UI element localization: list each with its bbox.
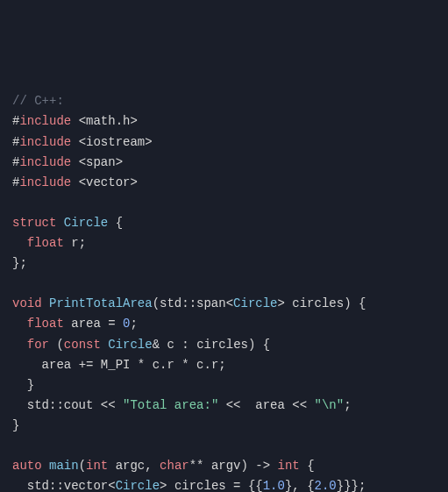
- colon: :: [181, 338, 188, 352]
- code-line: }: [12, 375, 436, 396]
- paren: ): [248, 338, 255, 352]
- op: ->: [255, 459, 270, 473]
- char-kw: char: [160, 459, 189, 473]
- brace: }}};: [337, 479, 366, 492]
- int-kw: int: [278, 459, 300, 473]
- brace: {: [359, 296, 366, 310]
- var: c: [167, 338, 174, 352]
- brace: }: [27, 378, 34, 392]
- code-line: void PrintTotalArea(std::span<Circle> ci…: [12, 294, 436, 314]
- param: argv: [211, 459, 241, 473]
- type-name: Circle: [64, 216, 108, 230]
- semi: ;: [344, 398, 351, 412]
- op: =: [108, 317, 115, 331]
- string: "\n": [315, 398, 345, 412]
- brace: {{: [248, 479, 263, 492]
- func-name: main: [49, 459, 79, 473]
- func-name: PrintTotalArea: [49, 296, 153, 310]
- angle: <: [226, 296, 233, 310]
- op: +=: [79, 358, 94, 372]
- blank-line: [12, 274, 436, 294]
- string: "Total area:": [123, 398, 218, 412]
- brace: {: [263, 338, 270, 352]
- number: 1.0: [263, 479, 285, 492]
- brace: }, {: [285, 479, 315, 492]
- op: *: [138, 358, 145, 372]
- code-line: };: [12, 253, 436, 274]
- semi: ;: [218, 358, 225, 372]
- include-kw: include: [19, 114, 71, 128]
- semi: ;: [130, 317, 137, 331]
- op: <<: [226, 398, 241, 412]
- code-line: #include <vector>: [12, 173, 436, 193]
- code-line: std::cout << "Total area:" << area << "\…: [12, 396, 436, 416]
- param: argc: [116, 459, 146, 473]
- angle: <: [108, 479, 115, 492]
- brace: {: [116, 216, 123, 230]
- expr: c.r: [153, 358, 174, 372]
- expr: c.r: [196, 358, 218, 372]
- include-kw: include: [19, 135, 71, 149]
- code-line: #include <math.h>: [12, 111, 436, 132]
- include-path: <iostream>: [79, 135, 153, 149]
- blank-line: [12, 436, 436, 456]
- paren: (: [56, 338, 63, 352]
- paren: ): [344, 296, 351, 310]
- int-kw: int: [86, 459, 108, 473]
- for-kw: for: [27, 338, 49, 352]
- var: area: [71, 317, 101, 331]
- code-block: // C++:#include <math.h>#include <iostre…: [12, 91, 436, 492]
- code-line: float area = 0;: [12, 314, 436, 334]
- paren: (: [79, 459, 86, 473]
- param: circles: [292, 296, 344, 310]
- blank-line: [12, 193, 436, 213]
- comment: // C++:: [12, 94, 64, 108]
- semi: ;: [19, 256, 26, 270]
- include-kw: include: [19, 175, 71, 189]
- code-line: #include <iostream>: [12, 132, 436, 153]
- include-path: <span>: [79, 155, 123, 169]
- var: circles: [174, 479, 226, 492]
- type-name: std::span: [160, 296, 226, 310]
- op: *: [181, 358, 188, 372]
- var: area: [42, 358, 72, 372]
- type-name: Circle: [108, 338, 152, 352]
- brace: }: [12, 418, 19, 432]
- op: &: [153, 338, 160, 352]
- void-kw: void: [12, 296, 42, 310]
- code-line: struct Circle {: [12, 213, 436, 233]
- float-kw: float: [27, 317, 64, 331]
- code-line: // C++:: [12, 91, 436, 111]
- paren: ): [241, 459, 248, 473]
- code-line: for (const Circle& c : circles) {: [12, 335, 436, 355]
- number: 2.0: [315, 479, 337, 492]
- code-line: auto main(int argc, char** argv) -> int …: [12, 456, 436, 476]
- include-kw: include: [19, 155, 71, 169]
- const-kw: const: [64, 338, 101, 352]
- const: M_PI: [101, 358, 131, 372]
- code-line: }: [12, 416, 436, 436]
- field: r: [71, 236, 78, 250]
- brace: {: [307, 459, 314, 473]
- op: **: [189, 459, 204, 473]
- include-path: <vector>: [79, 175, 138, 189]
- var: area: [255, 398, 285, 412]
- semi: ;: [79, 236, 86, 250]
- type-name: Circle: [116, 479, 160, 492]
- expr: std::cout: [27, 398, 94, 412]
- include-path: <math.h>: [79, 114, 138, 128]
- angle: >: [278, 296, 285, 310]
- var: circles: [196, 338, 248, 352]
- auto-kw: auto: [12, 459, 42, 473]
- code-line: float r;: [12, 233, 436, 253]
- comma: ,: [145, 459, 152, 473]
- struct-kw: struct: [12, 216, 56, 230]
- code-line: #include <span>: [12, 153, 436, 173]
- type-name: Circle: [233, 296, 277, 310]
- op: <<: [292, 398, 307, 412]
- op: =: [233, 479, 240, 492]
- paren: (: [153, 296, 160, 310]
- code-line: std::vector<Circle> circles = {{1.0}, {2…: [12, 476, 436, 492]
- angle: >: [160, 479, 167, 492]
- type-name: std::vector: [27, 479, 108, 492]
